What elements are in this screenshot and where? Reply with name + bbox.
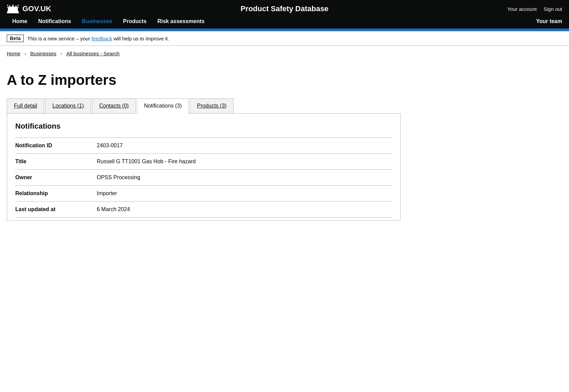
table-row: Last updated at 6 March 2024 [15,202,392,218]
panel-title: Notifications [15,122,392,131]
feedback-link[interactable]: feedback [92,36,112,41]
field-label-owner: Owner [15,170,97,186]
logo-text: GOV.UK [22,4,51,13]
main-nav: Home Notifications Businesses Products R… [0,14,569,29]
breadcrumb-all-businesses[interactable]: All businesses - Search [66,51,120,56]
table-row: Notification ID 2403-0017 [15,138,392,154]
crown-icon [7,3,19,14]
page-title: A to Z importers [7,72,401,88]
tab-locations[interactable]: Locations (1) [45,98,91,113]
breadcrumb-sep-2: › [60,51,63,56]
field-value-owner: OPSS Processing [97,170,392,186]
header: GOV.UK Product Safety Database Your acco… [0,0,569,29]
field-value-relationship: Importer [97,186,392,202]
tab-notifications[interactable]: Notifications (3) [137,98,189,114]
main-content: A to Z importers Full detail Locations (… [0,58,407,234]
field-value-title: Russell G TT1001 Gas Hob - Fire hazard [97,154,392,170]
your-account-link[interactable]: Your account [507,6,537,12]
tab-bar: Full detail Locations (1) Contacts (0) N… [7,98,401,113]
svg-point-1 [7,5,8,6]
breadcrumb: Home › Businesses › All businesses - Sea… [0,46,569,58]
beta-banner: Beta This is a new service – your feedba… [0,31,569,46]
breadcrumb-businesses[interactable]: Businesses [30,51,56,56]
nav-item-risk-assessments[interactable]: Risk assessments [152,14,210,29]
nav-item-products[interactable]: Products [117,14,152,29]
field-label-title: Title [15,154,97,170]
nav-right: Your team [531,14,562,29]
tab-panel: Notifications Notification ID 2403-0017 … [7,113,401,221]
notification-detail-table: Notification ID 2403-0017 Title Russell … [15,137,392,218]
nav-item-home[interactable]: Home [7,14,33,29]
svg-point-0 [12,5,14,6]
site-title: Product Safety Database [240,4,328,13]
header-account-links: Your account Sign out [507,6,562,12]
breadcrumb-sep-1: › [24,51,27,56]
breadcrumb-home[interactable]: Home [7,51,20,56]
field-label-last-updated: Last updated at [15,202,97,218]
gov-uk-logo[interactable]: GOV.UK [7,3,51,14]
table-row: Title Russell G TT1001 Gas Hob - Fire ha… [15,154,392,170]
field-label-notification-id: Notification ID [15,138,97,154]
nav-item-your-team[interactable]: Your team [531,14,562,29]
beta-text: This is a new service – your feedback wi… [27,36,169,41]
tab-full-detail[interactable]: Full detail [7,98,44,113]
field-label-relationship: Relationship [15,186,97,202]
svg-point-2 [18,5,19,6]
table-row: Relationship Importer [15,186,392,202]
nav-left-items: Home Notifications Businesses Products R… [7,14,531,29]
tab-products[interactable]: Products (3) [190,98,234,113]
tab-contacts[interactable]: Contacts (0) [92,98,136,113]
blue-bar [0,29,569,31]
table-row: Owner OPSS Processing [15,170,392,186]
field-value-notification-id: 2403-0017 [97,138,392,154]
nav-item-notifications[interactable]: Notifications [33,14,76,29]
field-value-last-updated: 6 March 2024 [97,202,392,218]
sign-out-link[interactable]: Sign out [544,6,562,12]
beta-tag: Beta [7,35,24,42]
nav-item-businesses[interactable]: Businesses [76,14,117,29]
